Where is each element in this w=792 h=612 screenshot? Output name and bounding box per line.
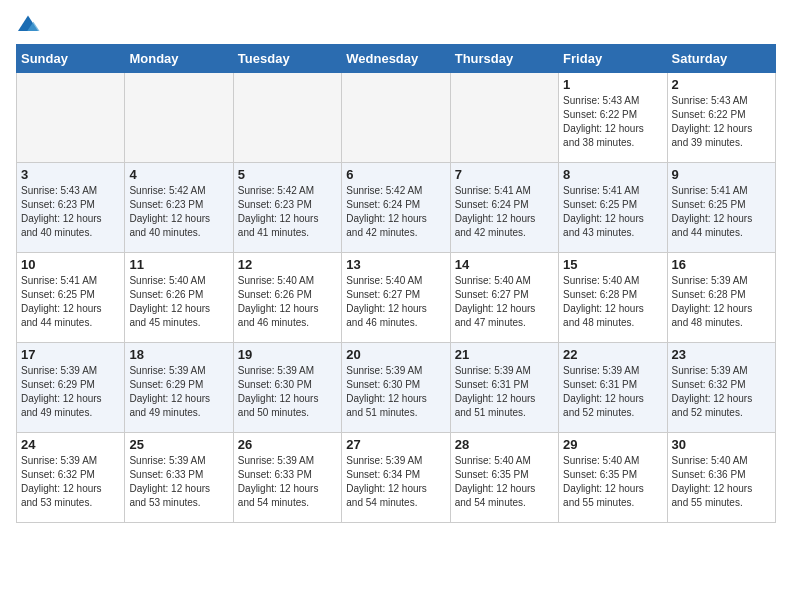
day-info: Sunrise: 5:39 AM Sunset: 6:33 PM Dayligh… — [129, 454, 228, 510]
day-cell-8: 8Sunrise: 5:41 AM Sunset: 6:25 PM Daylig… — [559, 163, 667, 253]
day-info: Sunrise: 5:39 AM Sunset: 6:30 PM Dayligh… — [346, 364, 445, 420]
day-number: 7 — [455, 167, 554, 182]
day-number: 12 — [238, 257, 337, 272]
day-number: 10 — [21, 257, 120, 272]
day-info: Sunrise: 5:40 AM Sunset: 6:26 PM Dayligh… — [238, 274, 337, 330]
day-info: Sunrise: 5:40 AM Sunset: 6:27 PM Dayligh… — [346, 274, 445, 330]
day-cell-13: 13Sunrise: 5:40 AM Sunset: 6:27 PM Dayli… — [342, 253, 450, 343]
calendar-table: SundayMondayTuesdayWednesdayThursdayFrid… — [16, 44, 776, 523]
empty-cell — [17, 73, 125, 163]
day-info: Sunrise: 5:39 AM Sunset: 6:28 PM Dayligh… — [672, 274, 771, 330]
col-header-saturday: Saturday — [667, 45, 775, 73]
day-info: Sunrise: 5:39 AM Sunset: 6:32 PM Dayligh… — [672, 364, 771, 420]
day-info: Sunrise: 5:42 AM Sunset: 6:23 PM Dayligh… — [238, 184, 337, 240]
day-number: 4 — [129, 167, 228, 182]
day-number: 3 — [21, 167, 120, 182]
day-cell-11: 11Sunrise: 5:40 AM Sunset: 6:26 PM Dayli… — [125, 253, 233, 343]
day-cell-10: 10Sunrise: 5:41 AM Sunset: 6:25 PM Dayli… — [17, 253, 125, 343]
logo — [16, 16, 44, 36]
day-info: Sunrise: 5:41 AM Sunset: 6:25 PM Dayligh… — [672, 184, 771, 240]
day-cell-2: 2Sunrise: 5:43 AM Sunset: 6:22 PM Daylig… — [667, 73, 775, 163]
day-cell-3: 3Sunrise: 5:43 AM Sunset: 6:23 PM Daylig… — [17, 163, 125, 253]
day-number: 2 — [672, 77, 771, 92]
day-cell-5: 5Sunrise: 5:42 AM Sunset: 6:23 PM Daylig… — [233, 163, 341, 253]
day-number: 11 — [129, 257, 228, 272]
empty-cell — [450, 73, 558, 163]
day-cell-25: 25Sunrise: 5:39 AM Sunset: 6:33 PM Dayli… — [125, 433, 233, 523]
empty-cell — [125, 73, 233, 163]
day-cell-21: 21Sunrise: 5:39 AM Sunset: 6:31 PM Dayli… — [450, 343, 558, 433]
day-cell-23: 23Sunrise: 5:39 AM Sunset: 6:32 PM Dayli… — [667, 343, 775, 433]
day-cell-22: 22Sunrise: 5:39 AM Sunset: 6:31 PM Dayli… — [559, 343, 667, 433]
day-cell-7: 7Sunrise: 5:41 AM Sunset: 6:24 PM Daylig… — [450, 163, 558, 253]
day-cell-29: 29Sunrise: 5:40 AM Sunset: 6:35 PM Dayli… — [559, 433, 667, 523]
day-cell-30: 30Sunrise: 5:40 AM Sunset: 6:36 PM Dayli… — [667, 433, 775, 523]
day-number: 22 — [563, 347, 662, 362]
day-cell-28: 28Sunrise: 5:40 AM Sunset: 6:35 PM Dayli… — [450, 433, 558, 523]
day-number: 19 — [238, 347, 337, 362]
day-cell-20: 20Sunrise: 5:39 AM Sunset: 6:30 PM Dayli… — [342, 343, 450, 433]
day-number: 16 — [672, 257, 771, 272]
day-cell-4: 4Sunrise: 5:42 AM Sunset: 6:23 PM Daylig… — [125, 163, 233, 253]
day-number: 8 — [563, 167, 662, 182]
day-info: Sunrise: 5:41 AM Sunset: 6:25 PM Dayligh… — [563, 184, 662, 240]
day-info: Sunrise: 5:40 AM Sunset: 6:35 PM Dayligh… — [455, 454, 554, 510]
day-info: Sunrise: 5:39 AM Sunset: 6:34 PM Dayligh… — [346, 454, 445, 510]
day-number: 27 — [346, 437, 445, 452]
day-info: Sunrise: 5:43 AM Sunset: 6:22 PM Dayligh… — [672, 94, 771, 150]
day-cell-24: 24Sunrise: 5:39 AM Sunset: 6:32 PM Dayli… — [17, 433, 125, 523]
day-number: 17 — [21, 347, 120, 362]
day-info: Sunrise: 5:39 AM Sunset: 6:32 PM Dayligh… — [21, 454, 120, 510]
empty-cell — [233, 73, 341, 163]
day-number: 6 — [346, 167, 445, 182]
day-cell-16: 16Sunrise: 5:39 AM Sunset: 6:28 PM Dayli… — [667, 253, 775, 343]
day-number: 24 — [21, 437, 120, 452]
day-number: 13 — [346, 257, 445, 272]
day-cell-12: 12Sunrise: 5:40 AM Sunset: 6:26 PM Dayli… — [233, 253, 341, 343]
empty-cell — [342, 73, 450, 163]
col-header-sunday: Sunday — [17, 45, 125, 73]
day-number: 23 — [672, 347, 771, 362]
day-info: Sunrise: 5:43 AM Sunset: 6:22 PM Dayligh… — [563, 94, 662, 150]
day-number: 30 — [672, 437, 771, 452]
day-cell-27: 27Sunrise: 5:39 AM Sunset: 6:34 PM Dayli… — [342, 433, 450, 523]
day-info: Sunrise: 5:39 AM Sunset: 6:31 PM Dayligh… — [563, 364, 662, 420]
day-info: Sunrise: 5:40 AM Sunset: 6:27 PM Dayligh… — [455, 274, 554, 330]
day-number: 25 — [129, 437, 228, 452]
day-cell-19: 19Sunrise: 5:39 AM Sunset: 6:30 PM Dayli… — [233, 343, 341, 433]
col-header-monday: Monday — [125, 45, 233, 73]
day-number: 18 — [129, 347, 228, 362]
day-cell-18: 18Sunrise: 5:39 AM Sunset: 6:29 PM Dayli… — [125, 343, 233, 433]
day-cell-17: 17Sunrise: 5:39 AM Sunset: 6:29 PM Dayli… — [17, 343, 125, 433]
day-cell-14: 14Sunrise: 5:40 AM Sunset: 6:27 PM Dayli… — [450, 253, 558, 343]
day-info: Sunrise: 5:39 AM Sunset: 6:30 PM Dayligh… — [238, 364, 337, 420]
day-number: 15 — [563, 257, 662, 272]
day-number: 5 — [238, 167, 337, 182]
col-header-friday: Friday — [559, 45, 667, 73]
day-info: Sunrise: 5:39 AM Sunset: 6:29 PM Dayligh… — [21, 364, 120, 420]
day-info: Sunrise: 5:43 AM Sunset: 6:23 PM Dayligh… — [21, 184, 120, 240]
logo-icon — [16, 14, 40, 34]
day-info: Sunrise: 5:39 AM Sunset: 6:29 PM Dayligh… — [129, 364, 228, 420]
day-cell-6: 6Sunrise: 5:42 AM Sunset: 6:24 PM Daylig… — [342, 163, 450, 253]
col-header-thursday: Thursday — [450, 45, 558, 73]
day-info: Sunrise: 5:41 AM Sunset: 6:25 PM Dayligh… — [21, 274, 120, 330]
day-info: Sunrise: 5:40 AM Sunset: 6:28 PM Dayligh… — [563, 274, 662, 330]
day-number: 26 — [238, 437, 337, 452]
col-header-wednesday: Wednesday — [342, 45, 450, 73]
day-info: Sunrise: 5:39 AM Sunset: 6:31 PM Dayligh… — [455, 364, 554, 420]
day-info: Sunrise: 5:42 AM Sunset: 6:23 PM Dayligh… — [129, 184, 228, 240]
col-header-tuesday: Tuesday — [233, 45, 341, 73]
day-cell-15: 15Sunrise: 5:40 AM Sunset: 6:28 PM Dayli… — [559, 253, 667, 343]
day-info: Sunrise: 5:40 AM Sunset: 6:36 PM Dayligh… — [672, 454, 771, 510]
header — [16, 16, 776, 36]
day-info: Sunrise: 5:41 AM Sunset: 6:24 PM Dayligh… — [455, 184, 554, 240]
day-number: 9 — [672, 167, 771, 182]
day-number: 20 — [346, 347, 445, 362]
day-info: Sunrise: 5:42 AM Sunset: 6:24 PM Dayligh… — [346, 184, 445, 240]
day-cell-1: 1Sunrise: 5:43 AM Sunset: 6:22 PM Daylig… — [559, 73, 667, 163]
day-cell-9: 9Sunrise: 5:41 AM Sunset: 6:25 PM Daylig… — [667, 163, 775, 253]
day-number: 29 — [563, 437, 662, 452]
day-info: Sunrise: 5:40 AM Sunset: 6:26 PM Dayligh… — [129, 274, 228, 330]
day-number: 1 — [563, 77, 662, 92]
